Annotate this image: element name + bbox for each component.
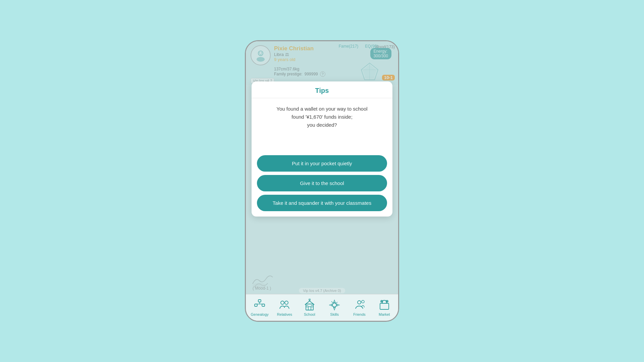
modal-overlay: Tips You found a wallet on your way to s… (246, 41, 398, 301)
svg-rect-19 (308, 307, 311, 310)
nav-label-school: School (304, 312, 315, 316)
modal-dialog: Tips You found a wallet on your way to s… (252, 81, 392, 217)
sidebar-item-friends[interactable]: Friends (347, 299, 372, 316)
svg-rect-21 (311, 305, 313, 307)
modal-actions: Put it in your pocket quietly Give it to… (252, 152, 392, 217)
svg-rect-29 (380, 303, 389, 309)
svg-point-30 (386, 300, 388, 303)
svg-rect-11 (255, 304, 257, 306)
svg-line-25 (331, 301, 333, 303)
svg-point-16 (281, 301, 284, 304)
svg-rect-12 (262, 304, 265, 306)
svg-line-26 (335, 302, 337, 304)
modal-text: You found a wallet on your way to school… (260, 105, 384, 129)
sidebar-item-market[interactable]: Market (372, 299, 397, 316)
nav-label-market: Market (379, 312, 390, 316)
pocket-button[interactable]: Put it in your pocket quietly (257, 155, 387, 172)
school-button[interactable]: Give it to the school (257, 175, 387, 191)
sidebar-item-genealogy[interactable]: Genealogy (247, 299, 272, 316)
sidebar-item-relatives[interactable]: Relatives (272, 299, 297, 316)
nav-label-relatives: Relatives (277, 312, 292, 316)
modal-body: You found a wallet on your way to school… (252, 98, 392, 152)
nav-label-friends: Friends (353, 312, 366, 316)
svg-point-28 (362, 300, 364, 303)
squander-button[interactable]: Take it and squander it with your classm… (257, 195, 387, 211)
svg-rect-20 (306, 305, 308, 307)
phone-container: Pixie Christian Libra ⚖ 9 years old Ener… (245, 40, 399, 322)
svg-rect-10 (258, 300, 261, 302)
modal-title: Tips (252, 81, 392, 98)
bottom-nav: Genealogy Relatives School (246, 294, 398, 321)
svg-point-17 (285, 301, 288, 304)
svg-point-27 (358, 301, 361, 304)
sidebar-item-skills[interactable]: Skills (322, 299, 347, 316)
nav-label-genealogy: Genealogy (251, 312, 269, 316)
svg-point-24 (332, 303, 336, 307)
svg-point-31 (380, 300, 383, 303)
nav-label-skills: Skills (330, 312, 339, 316)
sidebar-item-school[interactable]: School (297, 299, 322, 316)
